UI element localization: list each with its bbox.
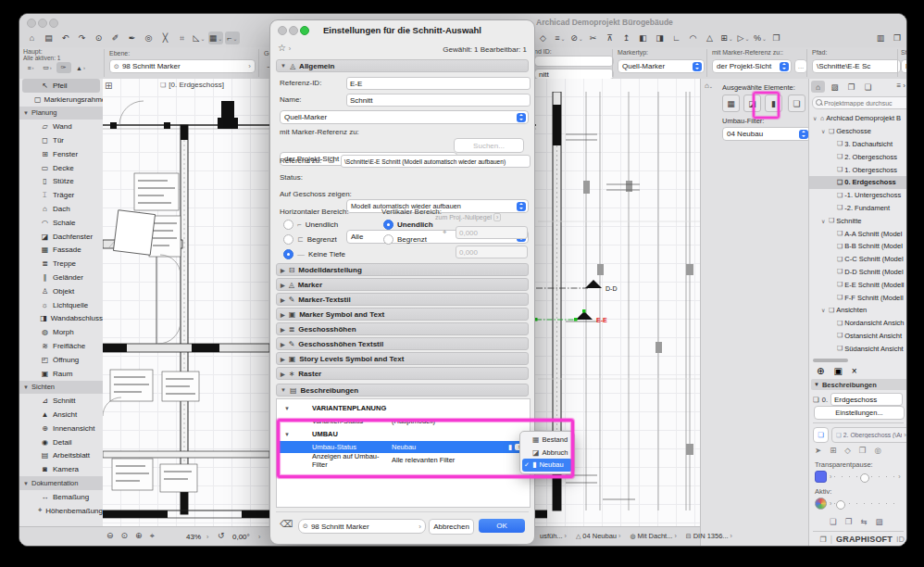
project-search-input[interactable] bbox=[812, 96, 907, 109]
angle-chevron-icon[interactable]: › bbox=[258, 534, 260, 540]
toolbar-button[interactable]: ≡⌄ bbox=[553, 32, 568, 44]
umbau-option[interactable]: ✓ ▮ Neubau bbox=[522, 459, 572, 472]
toolbar-button[interactable]: ◨ bbox=[653, 32, 668, 44]
radio-h-unendlich[interactable]: ⌐Unendlich bbox=[283, 220, 338, 230]
reference-option-button[interactable]: ➤ bbox=[815, 446, 821, 455]
navigator-mode-button[interactable]: ⌂ bbox=[811, 81, 825, 93]
toolbar-button[interactable]: ▤ bbox=[42, 32, 56, 44]
radio-keine-tiefe[interactable]: —Keine Tiefe bbox=[283, 249, 345, 259]
tree-item[interactable]: ❏ C-C Schnitt (Model bbox=[809, 253, 907, 266]
quickselect-button[interactable]: ▲› bbox=[73, 62, 88, 73]
tool-item[interactable]: ↔ Bemaßung bbox=[19, 490, 103, 504]
toolbar-button[interactable]: ◺⌄ bbox=[192, 32, 206, 44]
toolbar-button[interactable]: ▦⌄ bbox=[208, 32, 223, 44]
view-tab[interactable]: ◍ Mit Dacht... › bbox=[630, 532, 676, 540]
renovation-status-button[interactable]: ▦ bbox=[722, 94, 740, 112]
reference-color-swatch[interactable] bbox=[815, 471, 827, 483]
tree-item[interactable]: ∨ ❏ Schnitte bbox=[809, 214, 907, 227]
transparency-slider[interactable] bbox=[834, 473, 895, 481]
radio-v-unendlich[interactable]: Unendlich bbox=[383, 220, 433, 230]
section-bar[interactable]: ▶∗Raster bbox=[276, 367, 529, 380]
tree-item[interactable]: ❏ A-A Schnitt (Model bbox=[809, 227, 907, 240]
radio-h-begrenzt[interactable]: ⊏Begrenzt bbox=[283, 234, 337, 245]
referenz-zu-field[interactable]: \Schnitte\E-E Schnitt (Modell automatisc… bbox=[341, 155, 531, 168]
tool-item[interactable]: ↖ Pfeil bbox=[22, 79, 100, 93]
dialog-layer-select[interactable]: ⊙98 Schnitt Marker › bbox=[298, 519, 426, 534]
eraser-icon[interactable]: ⌫ bbox=[280, 519, 293, 529]
suchen-button[interactable]: Suchen... bbox=[454, 138, 524, 153]
tool-item[interactable]: ▤ Arbeitsblatt bbox=[19, 449, 103, 463]
quickselect-button[interactable]: ▭› bbox=[40, 62, 55, 73]
zoom-control-button[interactable]: ⊖ bbox=[106, 531, 114, 541]
view-tab[interactable]: usfüh... › bbox=[538, 532, 567, 540]
zoom-control-button[interactable]: ⊙ bbox=[121, 531, 129, 541]
tree-action-button[interactable]: ▣ bbox=[833, 366, 842, 376]
tool-item[interactable]: ⊿ Schnitt bbox=[19, 394, 103, 408]
tree-item[interactable]: ❏ Südansicht Ansicht bbox=[809, 342, 907, 355]
marker-dd-label[interactable]: D-D bbox=[606, 285, 617, 292]
tool-item[interactable]: ▱ Wand bbox=[19, 120, 103, 133]
toolbar-button[interactable]: ⊙ bbox=[92, 32, 106, 44]
markertyp-select[interactable]: Quell-Marker bbox=[618, 59, 705, 73]
navigator-menu-icon[interactable]: ≡ › bbox=[896, 82, 905, 90]
reference-option-button[interactable]: ❐ bbox=[859, 446, 867, 455]
tree-scrollbar[interactable] bbox=[813, 359, 848, 362]
einstellungen-button[interactable]: Einstellungen... bbox=[814, 406, 905, 420]
section-beschreibungen[interactable]: ▼▤Beschreibungen bbox=[276, 384, 529, 397]
tool-item[interactable]: ☼ Lichtquelle bbox=[19, 298, 103, 312]
tool-item[interactable]: ◙ Kamera bbox=[19, 462, 103, 476]
section-bar[interactable]: ▶✎Geschosshöhen Textstil bbox=[276, 337, 529, 350]
orbit-icon[interactable]: ↺ bbox=[218, 531, 225, 540]
section-bar[interactable]: ▶≣Geschosshöhen bbox=[276, 322, 529, 335]
id-field[interactable] bbox=[534, 56, 614, 67]
toolbar-button[interactable]: ⊘⌄ bbox=[569, 32, 584, 44]
reference-story-select[interactable]: ❏ 2. Obergeschoss (\Ar › bbox=[831, 427, 907, 443]
tree-item[interactable]: ∨ ❏ Geschosse bbox=[809, 125, 907, 138]
tool-item[interactable]: ▲ Ansicht bbox=[19, 408, 103, 422]
toolbar-button[interactable]: ◎ bbox=[142, 32, 156, 44]
zoom-level[interactable]: 43% bbox=[186, 533, 201, 541]
reference-option-button[interactable]: ◇ bbox=[844, 446, 851, 455]
tool-item[interactable]: ◻ Tür bbox=[19, 133, 103, 147]
tree-item[interactable]: ❏ -1. Untergeschoss bbox=[809, 189, 907, 202]
marker-ref-select[interactable]: der Projekt-Sicht bbox=[712, 59, 792, 73]
toolbar-button[interactable]: ↥ bbox=[619, 32, 634, 44]
pfad-field[interactable]: \Schnitte\E-E Sc bbox=[812, 59, 901, 73]
teamwork-icon[interactable]: ❐ bbox=[819, 536, 826, 544]
tool-item[interactable]: ≣ Treppe bbox=[19, 257, 103, 271]
tool-item[interactable]: ◠ Schale bbox=[19, 216, 103, 230]
tool-item[interactable]: ◉ Detail bbox=[19, 435, 103, 449]
navigator-mode-button[interactable]: ❏ bbox=[861, 81, 875, 93]
umbau-option[interactable]: ◪ Abbruch bbox=[522, 447, 572, 460]
favorites-star-icon[interactable]: ☆ › bbox=[278, 43, 291, 53]
tree-item[interactable]: ❏ F-F Schnitt (Modell bbox=[809, 291, 907, 304]
zoom-control-button[interactable]: ⊕ bbox=[135, 531, 143, 541]
palette-mode-button[interactable]: ⇆ bbox=[860, 517, 867, 526]
tree-item[interactable]: ❏ Nordansicht Ansich bbox=[809, 317, 907, 330]
tree-item[interactable]: ❏ B-B Schnitt (Model bbox=[809, 240, 907, 253]
reference-option-button[interactable]: ⊞ bbox=[830, 446, 836, 455]
tool-item[interactable]: ⊕ Innenansicht bbox=[19, 422, 103, 435]
navigator-mode-button[interactable]: ▨ bbox=[828, 81, 842, 93]
toolbar-button[interactable]: ⌂ bbox=[25, 32, 40, 44]
tool-item[interactable]: ▣ Raum bbox=[19, 367, 103, 381]
toolbar-button[interactable]: △ bbox=[703, 32, 718, 44]
tool-item[interactable]: ◰ Öffnung bbox=[19, 353, 103, 367]
panel-toggle-button[interactable]: ▥ bbox=[873, 32, 888, 44]
view-tab[interactable]: △ 04 Neubau › bbox=[576, 532, 620, 540]
tool-item[interactable]: ◪ Dachfenster bbox=[19, 230, 103, 244]
story-name-field[interactable]: Erdgeschoss bbox=[830, 393, 903, 406]
tool-item[interactable]: ∥ Geländer bbox=[19, 271, 103, 284]
radio-v-begrenzt[interactable]: Begrenzt bbox=[383, 234, 427, 245]
tool-item[interactable]: ▯ Stütze bbox=[19, 175, 103, 189]
tool-item[interactable]: ▼ Dokumentation bbox=[19, 476, 103, 490]
toolbar-button[interactable]: ⌐⌄ bbox=[225, 32, 240, 44]
toolbar-button[interactable]: ↶ bbox=[58, 32, 73, 44]
toolbar-button[interactable]: ⌗ bbox=[175, 32, 190, 44]
toolbar-button[interactable]: ⊞⌄ bbox=[719, 32, 734, 44]
active-transparency-slider[interactable] bbox=[834, 500, 895, 508]
palette-mode-button[interactable]: ❏ bbox=[830, 517, 837, 526]
palette-mode-button[interactable]: ❐ bbox=[845, 517, 853, 526]
tree-item[interactable]: ❏ Ostansicht Ansicht bbox=[809, 330, 907, 343]
section-bar[interactable]: ▶▣Marker Symbol and Text bbox=[276, 308, 529, 321]
